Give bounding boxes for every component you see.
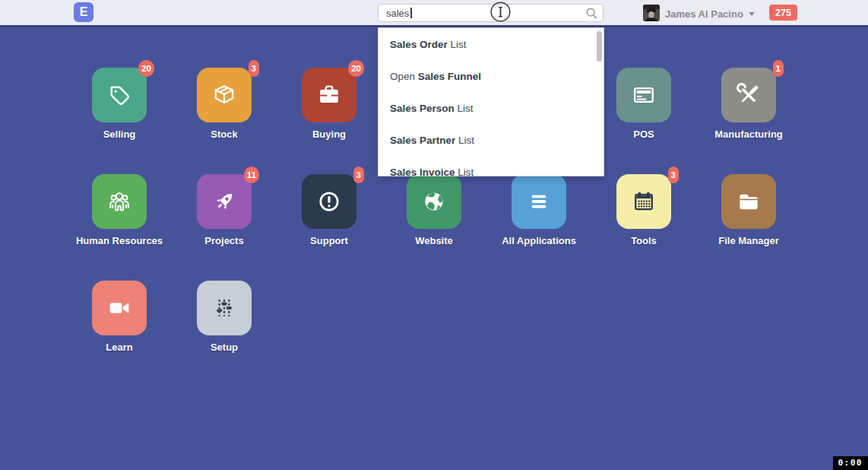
module-buying[interactable]: 20Buying	[277, 68, 382, 140]
module-file-manager[interactable]: File Manager	[696, 174, 801, 246]
menu-icon	[524, 187, 553, 216]
suggestion-text: List	[455, 167, 474, 177]
top-navbar: E James Al Pacino 275	[0, 0, 868, 27]
calendar-icon	[629, 187, 658, 216]
suggestion-keyword: Sales Partner	[390, 135, 455, 146]
notifications-badge[interactable]: 275	[769, 5, 797, 21]
module-tile[interactable]	[616, 68, 671, 122]
module-label: Projects	[172, 236, 277, 246]
module-selling[interactable]: 20Selling	[67, 68, 172, 140]
module-count-badge: 11	[244, 167, 259, 183]
module-tile[interactable]: 3	[616, 174, 671, 229]
module-tile[interactable]: 20	[302, 68, 356, 122]
module-tile[interactable]	[721, 174, 776, 229]
suggestion-text: List	[448, 39, 467, 50]
folder-icon	[734, 187, 763, 216]
module-tools[interactable]: 3Tools	[591, 174, 696, 246]
module-tile[interactable]	[92, 174, 147, 229]
globe-icon	[420, 187, 448, 216]
module-projects[interactable]: 11Projects	[172, 174, 277, 246]
suggestion-keyword: Sales Funnel	[418, 71, 481, 82]
tag-icon	[105, 81, 134, 110]
suggestion-keyword: Sales Order	[390, 39, 448, 50]
search-suggestions-dropdown: Sales Order ListOpen Sales FunnelSales P…	[378, 27, 604, 176]
module-support[interactable]: 3Support	[277, 174, 382, 246]
module-label: Manufacturing	[696, 129, 801, 140]
module-label: All Applications	[486, 236, 591, 246]
user-avatar[interactable]	[643, 5, 660, 21]
module-count-badge: 3	[353, 167, 364, 183]
user-menu[interactable]: James Al Pacino	[665, 0, 755, 27]
module-count-badge: 3	[249, 60, 259, 77]
module-count-badge: 20	[138, 60, 154, 77]
module-tile[interactable]: 1	[721, 68, 776, 122]
dropdown-scrollbar-thumb[interactable]	[597, 31, 602, 62]
search-suggestions-list: Sales Order ListOpen Sales FunnelSales P…	[379, 28, 603, 176]
module-stock[interactable]: 3Stock	[172, 68, 277, 140]
search-suggestion[interactable]: Sales Partner List	[379, 124, 603, 156]
module-count-badge: 3	[668, 167, 679, 183]
module-human-resources[interactable]: Human Resources	[67, 174, 172, 246]
people-icon	[105, 187, 134, 216]
search-suggestion[interactable]: Sales Order List	[379, 28, 603, 60]
module-count-badge: 20	[348, 60, 364, 77]
tools-icon	[734, 81, 763, 110]
module-count-badge: 1	[773, 60, 784, 77]
module-all-applications[interactable]: All Applications	[486, 174, 591, 246]
module-tile[interactable]: 3	[197, 68, 252, 122]
chevron-down-icon	[749, 12, 755, 16]
user-name: James Al Pacino	[665, 8, 743, 20]
search-suggestion[interactable]: Open Sales Funnel	[379, 60, 603, 92]
module-tile[interactable]: 3	[302, 174, 356, 229]
suggestion-keyword: Sales Invoice	[390, 167, 455, 177]
module-tile[interactable]: 20	[92, 68, 147, 122]
module-pos[interactable]: POS	[591, 68, 696, 140]
module-label: Website	[382, 236, 486, 246]
suggestion-keyword: Sales Person	[390, 103, 455, 114]
app-logo-letter: E	[80, 5, 88, 19]
module-label: Tools	[591, 236, 696, 246]
global-search	[378, 4, 603, 22]
search-suggestion[interactable]: Sales Person List	[379, 92, 603, 124]
module-label: Stock	[172, 129, 277, 140]
search-input[interactable]	[379, 5, 603, 21]
module-label: Human Resources	[67, 236, 172, 246]
module-label: Buying	[277, 129, 382, 140]
module-label: Setup	[172, 342, 277, 353]
card-icon	[629, 81, 658, 110]
module-tile[interactable]: 11	[197, 174, 252, 229]
briefcase-icon	[315, 81, 344, 110]
exclamation-circle-icon	[315, 187, 344, 216]
sliders-icon	[210, 294, 239, 322]
module-label: POS	[591, 129, 696, 140]
module-tile[interactable]	[92, 281, 147, 335]
module-manufacturing[interactable]: 1Manufacturing	[696, 68, 801, 140]
module-tile[interactable]	[407, 174, 461, 229]
app-logo[interactable]: E	[74, 2, 93, 22]
module-tile[interactable]	[512, 174, 566, 229]
rocket-icon	[210, 187, 239, 216]
module-website[interactable]: Website	[382, 174, 486, 246]
search-icon	[585, 7, 598, 20]
suggestion-text: List	[455, 135, 474, 146]
screen-recorder-timer: 0:00	[833, 456, 868, 470]
text-caret	[410, 8, 412, 18]
module-label: Selling	[67, 129, 172, 140]
module-label: File Manager	[696, 236, 801, 246]
video-camera-icon	[105, 294, 134, 322]
module-tile[interactable]	[197, 281, 252, 335]
suggestion-text: Open	[390, 71, 418, 82]
timer-value: 0:00	[838, 458, 863, 468]
notifications-count: 275	[775, 8, 791, 18]
module-label: Support	[277, 236, 382, 246]
box-icon	[210, 81, 239, 110]
search-suggestion[interactable]: Sales Invoice List	[379, 156, 603, 176]
module-setup[interactable]: Setup	[172, 281, 277, 353]
module-label: Learn	[67, 342, 172, 353]
suggestion-text: List	[455, 103, 474, 114]
module-learn[interactable]: Learn	[67, 281, 172, 353]
